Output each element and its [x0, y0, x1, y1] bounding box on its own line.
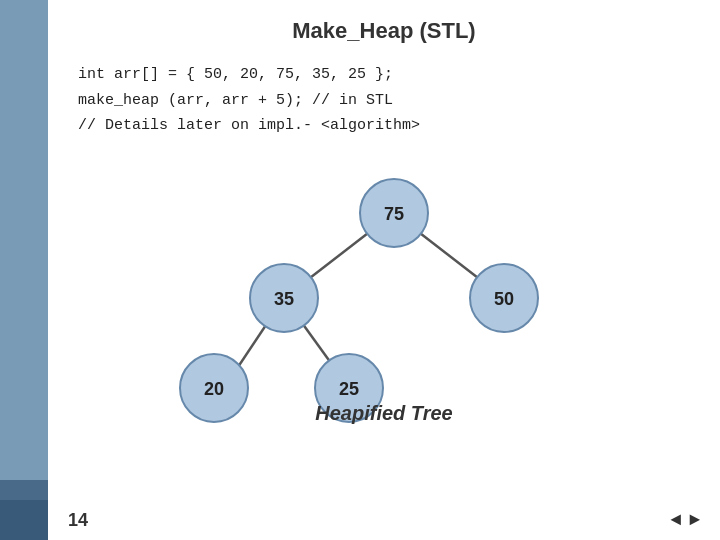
code-line-1: int arr[] = { 50, 20, 75, 35, 25 };: [78, 62, 690, 88]
nav-arrows: ◄ ►: [670, 510, 700, 530]
code-line-2: make_heap (arr, arr + 5); // in STL: [78, 88, 690, 114]
slide-title: Make_Heap (STL): [78, 18, 690, 44]
sidebar-accent: [0, 0, 48, 540]
main-content: Make_Heap (STL) int arr[] = { 50, 20, 75…: [48, 0, 720, 540]
node-35-label: 35: [274, 289, 294, 309]
node-20-label: 20: [204, 379, 224, 399]
prev-arrow[interactable]: ◄: [670, 510, 681, 530]
code-block: int arr[] = { 50, 20, 75, 35, 25 }; make…: [78, 62, 690, 139]
sidebar-top: [0, 0, 48, 540]
next-arrow[interactable]: ►: [689, 510, 700, 530]
sidebar-bottom-base: [0, 500, 48, 540]
page-number: 14: [68, 510, 88, 531]
bottom-bar: 14 ◄ ►: [48, 500, 720, 540]
node-75-label: 75: [384, 204, 404, 224]
sidebar-bottom-detail: [0, 480, 48, 500]
node-50-label: 50: [494, 289, 514, 309]
heapified-label: Heapified Tree: [315, 402, 452, 425]
code-line-3: // Details later on impl.- <algorithm>: [78, 113, 690, 139]
tree-area: 75 35 50 20 25 Heapified Tree: [78, 153, 690, 433]
node-25-label: 25: [339, 379, 359, 399]
tree-svg: 75 35 50 20 25: [78, 153, 690, 433]
